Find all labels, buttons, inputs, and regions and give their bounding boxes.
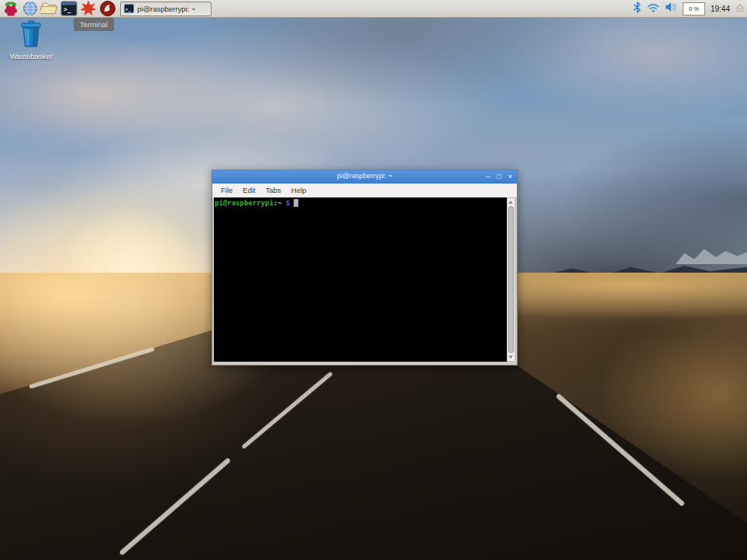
taskbar-clock[interactable]: 19:44	[711, 5, 730, 13]
window-title: pi@raspberrypi: ~	[212, 172, 517, 180]
taskbar-window-button-label: pi@raspberrypi: ~	[137, 5, 195, 13]
wastebasket-label: Wastebasket	[6, 52, 56, 60]
prompt-dollar: $	[286, 199, 290, 207]
road-lane-marking	[241, 372, 332, 449]
minimize-button[interactable]: –	[486, 170, 490, 184]
file-manager-icon[interactable]	[40, 0, 58, 17]
close-button[interactable]: ×	[508, 170, 512, 184]
taskbar: >_ >_ pi@raspberrypi: ~	[0, 0, 747, 18]
svg-text:>_: >_	[64, 6, 71, 13]
wastebasket-icon	[18, 20, 44, 48]
menu-help[interactable]: Help	[287, 186, 311, 194]
web-browser-icon[interactable]	[21, 0, 39, 17]
road-lane-marking	[29, 347, 154, 389]
raspberry-menu-icon[interactable]	[2, 0, 19, 17]
terminal-window[interactable]: pi@raspberrypi: ~ – □ × File Edit Tabs H…	[212, 170, 518, 366]
scrollbar-thumb[interactable]	[508, 206, 514, 353]
maximize-button[interactable]: □	[497, 170, 501, 184]
wolfram-icon[interactable]	[98, 0, 116, 17]
wifi-icon[interactable]	[647, 2, 659, 15]
wallpaper-snow-mountains	[676, 244, 747, 264]
mathematica-icon[interactable]	[79, 0, 97, 17]
scrollbar-down-arrow[interactable]	[508, 356, 513, 359]
terminal-launcher-icon[interactable]: >_	[60, 0, 77, 17]
scrollbar-up-arrow[interactable]	[508, 201, 513, 204]
wastebasket-desktop-icon[interactable]: Wastebasket	[6, 20, 56, 60]
terminal-tooltip: Terminal	[74, 18, 114, 31]
prompt-user-host: pi@raspberrypi	[215, 199, 274, 207]
eject-icon[interactable]	[735, 2, 745, 15]
terminal-titlebar[interactable]: pi@raspberrypi: ~ – □ ×	[212, 170, 517, 184]
menu-edit[interactable]: Edit	[239, 186, 259, 194]
terminal-scrollbar[interactable]	[507, 198, 515, 362]
menu-file[interactable]: File	[217, 186, 236, 194]
terminal-menubar: File Edit Tabs Help	[212, 184, 517, 198]
terminal-cursor	[294, 199, 298, 207]
svg-text:>_: >_	[126, 7, 132, 12]
road-lane-marking	[119, 458, 231, 556]
menu-tabs[interactable]: Tabs	[262, 186, 285, 194]
taskbar-window-button[interactable]: >_ pi@raspberrypi: ~	[120, 2, 212, 16]
prompt-path: :~	[274, 199, 282, 207]
terminal-mini-icon: >_	[124, 4, 134, 13]
desktop-screen: Wastebasket pi@raspberrypi: ~ – □ × File…	[0, 0, 747, 560]
cpu-monitor[interactable]: 0 %	[683, 2, 705, 15]
bluetooth-icon[interactable]	[633, 2, 642, 16]
volume-icon[interactable]	[665, 2, 677, 15]
road-lane-marking	[556, 393, 685, 507]
terminal-body: pi@raspberrypi:~$	[212, 198, 517, 365]
terminal-screen[interactable]: pi@raspberrypi:~$	[214, 198, 507, 362]
cpu-monitor-label: 0 %	[689, 5, 699, 12]
